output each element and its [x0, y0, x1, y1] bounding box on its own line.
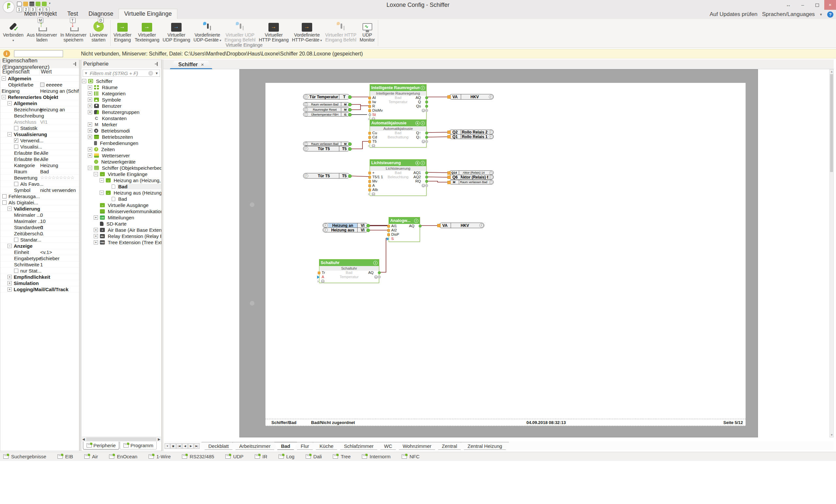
ribbon-button[interactable]: Virtueller HTTP Eingang Befehl ▾ — [324, 20, 358, 43]
page-nav-button[interactable]: ◀ — [182, 443, 188, 449]
checkbox[interactable] — [14, 138, 18, 143]
docked-window-item[interactable]: Tree — [333, 454, 350, 459]
tree-item[interactable]: C Konstanten — [81, 115, 161, 121]
page-tab[interactable]: Deckblatt — [202, 442, 236, 450]
info-icon[interactable] — [488, 94, 493, 99]
input-connector[interactable] — [387, 229, 390, 232]
function-block[interactable]: Lichtsteuerung + i Lichtsteuerung + Bad … — [370, 159, 426, 196]
checkbox[interactable] — [14, 182, 18, 186]
property-row[interactable]: Verwend... — [0, 137, 79, 143]
ribbon-tab[interactable]: Virtuelle Eingänge — [118, 9, 177, 19]
expander-icon[interactable]: − — [7, 132, 12, 136]
block-info-icon[interactable]: i — [421, 121, 425, 125]
expander-icon[interactable]: − — [100, 178, 104, 182]
quick-access-more-icon[interactable]: ▾ — [49, 2, 51, 6]
expander-icon[interactable]: + — [88, 135, 92, 139]
checkbox[interactable] — [14, 269, 18, 273]
property-value[interactable]: nicht verwenden — [40, 187, 76, 193]
input-reference[interactable]: Tür T5 T5 — [303, 146, 350, 152]
checkbox[interactable] — [2, 200, 6, 205]
input-port-label[interactable]: St — [372, 113, 376, 117]
document-tab-schiffer[interactable]: Schiffer × — [170, 61, 212, 69]
input-connector[interactable] — [368, 180, 371, 183]
input-port-label[interactable]: DisP — [391, 232, 399, 237]
property-row[interactable]: Beschreibung — [0, 113, 79, 119]
property-row[interactable]: Eingabetype Schieber — [0, 255, 79, 261]
panel-splitter[interactable] — [162, 59, 163, 451]
property-value[interactable]: Alle — [40, 156, 48, 162]
output-connector[interactable] — [425, 180, 428, 183]
expander-icon[interactable]: − — [7, 244, 12, 248]
tree-filter[interactable]: ▼ Filtern mit (STRG + F) × ▼ — [83, 70, 160, 77]
info-icon[interactable] — [479, 223, 484, 228]
output-connector[interactable] — [425, 132, 428, 135]
property-value[interactable]: VI1 — [40, 119, 48, 125]
ribbon-button[interactable]: Virtueller UDP Eingang ▾ — [161, 20, 192, 43]
page-tab[interactable]: Zentral — [435, 442, 464, 450]
input-port-label[interactable]: S — [391, 237, 394, 241]
input-reference[interactable]: Tür T5 T5 — [303, 173, 350, 178]
tree-item[interactable]: Bad — [81, 196, 161, 202]
page-nav-button[interactable]: ▣ — [170, 443, 176, 449]
property-row[interactable]: Visualisi... — [0, 143, 79, 150]
property-row[interactable]: Als Favo... — [0, 181, 79, 187]
expander-icon[interactable]: − — [100, 191, 104, 195]
loxone-logo[interactable]: F — [3, 1, 15, 13]
ribbon-button[interactable]: Vordefinierte UDP-Geräte ▾ — [192, 20, 223, 43]
output-connector[interactable] — [425, 109, 428, 112]
input-connector[interactable] — [368, 189, 371, 191]
docked-window-item[interactable]: Air — [84, 454, 98, 459]
info-icon[interactable] — [323, 223, 328, 228]
property-value[interactable]: Heizung — [40, 162, 58, 168]
page-tab[interactable]: Wohnzimmer — [396, 442, 438, 450]
save-icon[interactable] — [30, 2, 34, 6]
ribbon-button[interactable]: UDP Monitor ▾ — [358, 20, 377, 43]
input-reference[interactable]: Raumregler Reset M — [303, 108, 350, 112]
ribbon-button[interactable]: Vordefinierte HTTP-Geräte ▾ — [290, 20, 324, 43]
input-connector[interactable] — [368, 185, 371, 187]
input-connector[interactable] — [368, 140, 371, 143]
expander-icon[interactable]: − — [94, 172, 98, 176]
ribbon-button[interactable]: Virtueller UDP Eingang Befehl ▾ — [223, 20, 257, 43]
tree-item[interactable]: + Symbole — [81, 97, 161, 103]
property-value[interactable]: Heizung an (Schiffer) — [40, 88, 79, 94]
docked-window-item[interactable]: Dali — [306, 454, 322, 459]
property-row[interactable]: − Allgemein — [0, 75, 79, 82]
property-row[interactable]: Standardwert 0 — [0, 224, 79, 230]
info-icon[interactable] — [303, 173, 309, 178]
color-swatch[interactable] — [40, 82, 44, 87]
property-value[interactable]: 10 — [40, 218, 46, 224]
output-port-label[interactable]: RQ — [415, 179, 421, 183]
panel-tab[interactable]: Programm — [120, 442, 157, 449]
input-port-label[interactable]: AI1 — [391, 224, 397, 228]
property-row[interactable]: − Anzeige — [0, 243, 79, 249]
output-port-label[interactable]: AQ — [415, 96, 421, 100]
output-reference[interactable]: Q1 Rollo Relais 1 — [449, 134, 494, 139]
maximize-button[interactable] — [810, 0, 824, 10]
property-row[interactable]: + Empfindlichkeit — [0, 274, 79, 280]
block-info-icon[interactable]: i — [373, 261, 378, 265]
tree-item[interactable]: + Zeiten — [81, 146, 161, 152]
function-block[interactable]: Analogw... + i AI1 AQ — [388, 217, 420, 242]
expander-icon[interactable]: + — [94, 215, 98, 220]
property-value[interactable]: Bad — [40, 169, 49, 174]
input-reference[interactable]: Raum verlassen Bad M — [303, 142, 350, 146]
property-value[interactable]: eeeeee — [46, 82, 62, 88]
input-reference[interactable]: Heizung aus VI — [323, 228, 368, 232]
output-connector[interactable] — [378, 275, 381, 278]
resize-arrows-icon[interactable]: ↔ — [781, 0, 796, 10]
property-row[interactable]: Als Digitalei... — [0, 199, 79, 206]
info-icon[interactable] — [303, 108, 309, 111]
tree-item[interactable]: + Betriebsmodi — [81, 128, 161, 134]
docked-window-item[interactable]: IR — [255, 454, 267, 459]
docked-window-item[interactable]: Log — [279, 454, 294, 459]
input-reference[interactable]: Heizung an VI — [323, 223, 368, 228]
ribbon-button[interactable]: Liveview starten ▾ — [88, 20, 109, 43]
help-icon[interactable]: ? — [827, 12, 833, 18]
output-reference[interactable]: VA HKV — [449, 94, 494, 100]
page-tab[interactable]: Arbeitszimmer — [232, 442, 278, 450]
property-row[interactable]: Erlaubte Be... Alle — [0, 150, 79, 156]
close-button[interactable]: × — [824, 0, 836, 10]
info-icon[interactable] — [488, 175, 493, 179]
output-connector[interactable] — [425, 184, 428, 187]
